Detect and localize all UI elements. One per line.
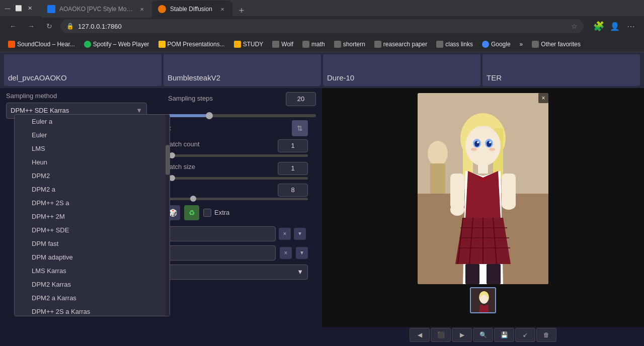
bottom-toolbar: ◀ ⬛ ▶ 🔍 💾 ↙ 🗑 bbox=[322, 326, 644, 327]
batch-size-value[interactable]: 1 bbox=[278, 162, 308, 175]
dropdown-label-dpm2-karras: DPM2 Karras bbox=[32, 281, 71, 288]
tab-aoko[interactable]: AOAOKO [PVC Style Model] - PV... ✕ bbox=[41, 1, 152, 18]
bookmark-google[interactable]: Google bbox=[478, 39, 515, 49]
hires-arrow-btn[interactable]: ▼ bbox=[296, 247, 308, 259]
swap-dimensions-btn[interactable]: ⇅ bbox=[292, 120, 308, 136]
svg-point-28 bbox=[450, 204, 464, 216]
model-card-1[interactable]: del_pvcAOAOKO bbox=[4, 54, 162, 86]
sampling-steps-group: Sampling steps 20 bbox=[168, 92, 316, 117]
tab-sd[interactable]: Stable Diffusion ✕ bbox=[152, 1, 232, 18]
dropdown-item-heun[interactable]: Heun bbox=[15, 155, 170, 169]
bookmark-other[interactable]: Other favorites bbox=[528, 39, 585, 49]
dropdown-item-dpm-fast[interactable]: DPM fast bbox=[15, 237, 170, 250]
seed-row: × ▼ bbox=[161, 224, 312, 243]
new-tab-btn[interactable]: + bbox=[234, 4, 249, 18]
batch-count-value[interactable]: 1 bbox=[278, 139, 308, 152]
star-icon[interactable]: ☆ bbox=[571, 22, 578, 30]
dropdown-label-euler: Euler bbox=[32, 131, 47, 139]
model-card-2[interactable]: BumblesteakV2 bbox=[164, 54, 321, 86]
bookmark-icon-other bbox=[532, 41, 539, 48]
extra-checkbox-label[interactable]: Extra bbox=[203, 209, 229, 217]
address-bar[interactable]: 🔒 127.0.0.1:7860 ☆ bbox=[60, 19, 584, 33]
svg-point-34 bbox=[480, 295, 488, 304]
bookmark-math[interactable]: math bbox=[298, 39, 329, 49]
dropdown-item-dpm2-a-karras[interactable]: DPM2 a Karras bbox=[15, 291, 170, 305]
tab-close-aoko[interactable]: ✕ bbox=[138, 5, 146, 13]
hires-close-btn[interactable]: × bbox=[280, 247, 292, 259]
sampling-steps-value[interactable]: 20 bbox=[286, 92, 316, 106]
batch-size-group: Batch size 1 bbox=[165, 162, 308, 180]
forward-btn[interactable]: → bbox=[24, 19, 38, 33]
seed-arrow-btn[interactable]: ▼ bbox=[294, 228, 306, 240]
sampling-steps-track bbox=[168, 114, 316, 117]
panels-container: Sampling method DPM++ SDE Karras ▼ Sampl… bbox=[0, 88, 644, 327]
dropdown-item-dpm2-a[interactable]: DPM2 a bbox=[15, 183, 170, 196]
dropdown-item-dpmpp-sde[interactable]: DPM++ SDE bbox=[15, 223, 170, 237]
window-minimize-btn[interactable]: — bbox=[4, 5, 11, 12]
tab-close-sd[interactable]: ✕ bbox=[218, 5, 226, 13]
more-btn[interactable]: ⋯ bbox=[624, 19, 638, 33]
window-maximize-btn[interactable]: ⬜ bbox=[15, 5, 22, 12]
seed-input[interactable] bbox=[167, 226, 276, 241]
tab-favicon-aoko bbox=[47, 5, 55, 13]
dropdown-item-dpm-adaptive[interactable]: DPM adaptive bbox=[15, 250, 170, 264]
window-controls: — ⬜ ✕ bbox=[4, 5, 33, 12]
dropdown-label-dpmpp-2m: DPM++ 2M bbox=[32, 213, 65, 220]
dropdown-item-dpm2[interactable]: DPM2 bbox=[15, 169, 170, 183]
batch-count-header: Batch count 1 bbox=[165, 139, 308, 152]
profile-btn[interactable]: 👤 bbox=[608, 19, 622, 33]
dropdown-item-lms-karras[interactable]: LMS Karras bbox=[15, 264, 170, 278]
extra-checkbox[interactable] bbox=[203, 209, 211, 217]
dropdown-item-dpmpp-2s-a-karras[interactable]: DPM++ 2S a Karras bbox=[15, 305, 170, 316]
cfg-scale-value[interactable]: 8 bbox=[278, 184, 308, 197]
dropdown-scrollbar-thumb[interactable] bbox=[166, 145, 170, 175]
back-btn[interactable]: ← bbox=[6, 19, 20, 33]
dropdown-item-euler-a[interactable]: Euler a bbox=[15, 115, 170, 128]
hires-dropdown[interactable] bbox=[165, 245, 276, 261]
model-card-4[interactable]: TER bbox=[482, 54, 640, 86]
dropdown-item-euler[interactable]: Euler bbox=[15, 128, 170, 142]
dropdown-label-dpm2-a-karras: DPM2 a Karras bbox=[32, 294, 76, 302]
bookmark-label-pom: POM Presentations... bbox=[168, 41, 225, 48]
bookmark-soundcloud[interactable]: SoundCloud – Hear... bbox=[4, 39, 79, 49]
close-image-btn[interactable]: × bbox=[538, 93, 548, 103]
bookmark-more[interactable]: » bbox=[516, 39, 527, 49]
reload-btn[interactable]: ↻ bbox=[42, 19, 56, 33]
bookmark-shortener[interactable]: shortern bbox=[330, 39, 369, 49]
svg-rect-3 bbox=[430, 163, 445, 194]
bookmark-label-wolf: Wolf bbox=[281, 41, 293, 48]
extension-btn[interactable]: 🧩 bbox=[592, 19, 606, 33]
seed-close-btn[interactable]: × bbox=[279, 228, 291, 240]
bookmark-label-math: math bbox=[311, 41, 325, 48]
svg-rect-16 bbox=[478, 163, 488, 174]
title-bar: — ⬜ ✕ AOAOKO [PVC Style Model] - PV... ✕… bbox=[0, 0, 644, 16]
dropdown-item-lms[interactable]: LMS bbox=[15, 142, 170, 155]
thumbnail-1[interactable] bbox=[470, 287, 496, 313]
bookmark-icon-spotify bbox=[84, 41, 91, 48]
bookmark-spotify[interactable]: Spotify – Web Player bbox=[80, 39, 153, 49]
bookmark-icon-wolf bbox=[272, 41, 279, 48]
anime-image-svg bbox=[418, 93, 548, 284]
bookmark-wolf[interactable]: Wolf bbox=[268, 39, 297, 49]
bookmark-study[interactable]: STUDY bbox=[230, 39, 268, 49]
dropdown-item-dpm2-karras[interactable]: DPM2 Karras bbox=[15, 278, 170, 291]
bookmark-classlinks[interactable]: class links bbox=[432, 39, 477, 49]
second-dropdown[interactable]: ▼ bbox=[165, 265, 308, 280]
window-close-btn[interactable]: ✕ bbox=[26, 5, 33, 12]
cfg-value-row: 8 bbox=[161, 181, 312, 197]
bookmark-research[interactable]: reasearch paper bbox=[370, 39, 431, 49]
tab-title-aoko: AOAOKO [PVC Style Model] - PV... bbox=[59, 6, 134, 13]
dropdown-item-dpmpp-2s-a[interactable]: DPM++ 2S a bbox=[15, 196, 170, 210]
address-text: 127.0.0.1:7860 bbox=[78, 23, 567, 30]
model-card-3[interactable]: Dure-10 bbox=[323, 54, 480, 86]
dropdown-item-dpmpp-2m[interactable]: DPM++ 2M bbox=[15, 210, 170, 223]
model-card-2-label: BumblesteakV2 bbox=[168, 73, 220, 82]
bookmark-pom[interactable]: POM Presentations... bbox=[154, 39, 229, 49]
steps-header: Sampling steps 20 bbox=[168, 92, 316, 108]
dropdown-label-dpm-fast: DPM fast bbox=[32, 240, 58, 247]
tab-title-sd: Stable Diffusion bbox=[170, 6, 214, 13]
fix-row: fix ⇅ bbox=[161, 118, 312, 138]
batch-right-group: ⇅ bbox=[292, 120, 308, 136]
recycle-icon-btn[interactable]: ♻ bbox=[184, 205, 199, 220]
bookmark-icon-soundcloud bbox=[8, 41, 15, 48]
